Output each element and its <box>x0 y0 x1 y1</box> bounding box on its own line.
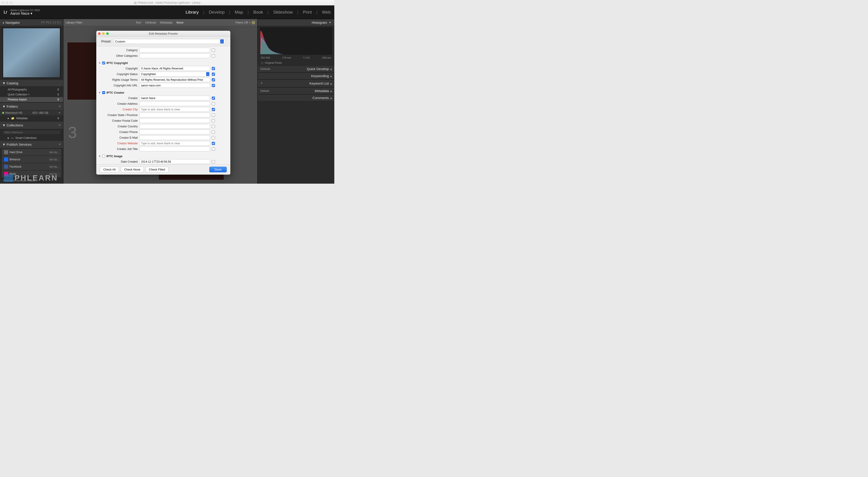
module-tab-develop[interactable]: Develop <box>209 10 225 15</box>
chevron-down-icon[interactable]: ▾ <box>249 22 250 24</box>
field-input[interactable] <box>140 159 210 164</box>
field-include-checkbox[interactable] <box>212 49 215 52</box>
field-include-checkbox[interactable] <box>212 142 215 145</box>
field-input[interactable] <box>140 66 210 71</box>
field-include-checkbox[interactable] <box>212 67 215 70</box>
field-include-checkbox[interactable] <box>212 102 215 106</box>
catalog-item[interactable]: Previous Import6 <box>0 97 63 102</box>
quick-develop-header[interactable]: Defaults Quick Develop ◀ <box>258 65 334 72</box>
field-input[interactable] <box>140 83 210 88</box>
histogram-header[interactable]: Histogram▼ <box>258 19 334 26</box>
comments-header[interactable]: Comments ◀ <box>258 94 334 101</box>
field-input[interactable] <box>140 53 210 58</box>
module-tab-web[interactable]: Web <box>322 10 331 15</box>
field-input[interactable] <box>140 48 210 53</box>
keywording-header[interactable]: Keywording ◀ <box>258 72 334 79</box>
qd-defaults-dropdown[interactable]: Defaults <box>260 67 270 70</box>
module-tab-book[interactable]: Book <box>253 10 263 15</box>
volume-row[interactable]: Macintosh HD 420 / 465 GB ▼ <box>0 110 63 115</box>
metadata-section-header[interactable]: ▼IPTC Creator <box>98 90 226 95</box>
filter-option-attribute[interactable]: Attribute <box>145 21 156 24</box>
section-checkbox[interactable] <box>102 155 105 158</box>
section-checkbox[interactable] <box>102 91 105 94</box>
window-zoom-icon[interactable] <box>10 1 12 4</box>
field-input[interactable] <box>140 113 210 117</box>
smart-collections-row[interactable]: ▶▭Smart Collections <box>0 136 63 141</box>
filter-option-metadata[interactable]: Metadata <box>160 21 172 24</box>
field-include-checkbox[interactable] <box>212 160 215 163</box>
filters-off-label[interactable]: Filters Off <box>235 21 248 24</box>
field-input[interactable] <box>140 101 210 106</box>
field-include-checkbox[interactable] <box>212 72 215 76</box>
dialog-close-icon[interactable] <box>98 32 101 35</box>
metadata-section-header[interactable]: ▼IPTC Image <box>98 154 226 159</box>
lock-icon[interactable] <box>252 21 255 24</box>
field-include-checkbox[interactable] <box>212 147 215 151</box>
catalog-header[interactable]: ▼ Catalog <box>0 80 63 87</box>
publish-header[interactable]: ▼ Publish Services + <box>0 141 63 148</box>
metadata-section-header[interactable]: ▼IPTC Copyright <box>98 60 226 66</box>
collections-header[interactable]: ▼ Collections + <box>0 121 63 129</box>
setup-link[interactable]: Set Up... <box>49 151 59 154</box>
check-filled-button[interactable]: Check Filled <box>146 167 168 172</box>
field-input[interactable] <box>140 118 210 123</box>
field-include-checkbox[interactable] <box>212 54 215 57</box>
module-tab-library[interactable]: Library <box>186 10 199 15</box>
dialog-minimize-icon[interactable] <box>102 32 105 35</box>
filter-collections-input[interactable] <box>2 130 61 135</box>
identity-plate[interactable]: Aaron Nace ▾ <box>10 11 40 16</box>
add-keyword-icon[interactable]: + <box>260 81 263 86</box>
check-all-button[interactable]: Check All <box>100 167 119 172</box>
window-minimize-icon[interactable] <box>6 1 8 4</box>
field-include-checkbox[interactable] <box>212 136 215 139</box>
setup-link[interactable]: Set Up... <box>49 158 59 161</box>
field-include-checkbox[interactable] <box>212 130 215 134</box>
module-tab-map[interactable]: Map <box>235 10 243 15</box>
window-close-icon[interactable] <box>2 1 4 4</box>
folder-item[interactable]: ▶📁Metadata6 <box>0 116 63 121</box>
field-input[interactable] <box>140 124 210 129</box>
publish-service-row[interactable]: BehanceSet Up... <box>2 156 61 163</box>
field-include-checkbox[interactable] <box>212 119 215 122</box>
filter-option-none[interactable]: None <box>176 21 183 24</box>
navigator-preview[interactable] <box>2 27 61 78</box>
metadata-mode-dropdown[interactable]: Default <box>260 89 269 92</box>
field-include-checkbox[interactable] <box>212 96 215 100</box>
add-folder-icon[interactable]: + <box>58 104 61 109</box>
field-include-checkbox[interactable] <box>212 78 215 82</box>
preset-dropdown[interactable]: Custom ⌄ <box>114 39 225 44</box>
field-select[interactable]: Copyrighted⌄ <box>140 72 210 77</box>
field-input[interactable] <box>140 147 210 151</box>
add-publish-icon[interactable]: + <box>58 142 61 147</box>
field-include-checkbox[interactable] <box>212 114 215 117</box>
module-tab-slideshow[interactable]: Slideshow <box>273 10 293 15</box>
done-button[interactable]: Done <box>209 167 227 172</box>
folders-header[interactable]: ▼ Folders + <box>0 102 63 110</box>
catalog-item[interactable]: Quick Collection +0 <box>0 92 63 97</box>
navigator-header[interactable]: ▼Navigator FIT FILL 1:1 3:1 <box>0 19 63 26</box>
histogram-display[interactable] <box>260 27 332 55</box>
metadata-header[interactable]: Default Metadata ◀ <box>258 87 334 94</box>
publish-service-row[interactable]: FacebookSet Up... <box>2 163 61 170</box>
add-collection-icon[interactable]: + <box>58 123 61 127</box>
catalog-item[interactable]: All Photographs6 <box>0 87 63 92</box>
original-photo-row[interactable]: ▢Original Photo <box>258 60 334 65</box>
field-input[interactable] <box>140 77 210 82</box>
keyword-list-header[interactable]: + Keyword List ◀ <box>258 79 334 87</box>
dialog-zoom-icon[interactable] <box>106 32 109 35</box>
navigator-zoom-options[interactable]: FIT FILL 1:1 3:1 <box>41 21 61 24</box>
field-input[interactable] <box>140 135 210 140</box>
publish-service-row[interactable]: Hard DriveSet Up... <box>2 149 61 156</box>
field-include-checkbox[interactable] <box>212 108 215 111</box>
check-none-button[interactable]: Check None <box>121 167 144 172</box>
dialog-scroll-body[interactable]: CategoryOther Categories▼IPTC CopyrightC… <box>96 47 230 164</box>
filter-option-text[interactable]: Text <box>135 21 141 24</box>
section-checkbox[interactable] <box>102 61 105 64</box>
setup-link[interactable]: Set Up... <box>49 165 59 168</box>
module-tab-print[interactable]: Print <box>303 10 312 15</box>
field-input[interactable] <box>140 96 210 100</box>
field-input[interactable] <box>140 129 210 135</box>
field-input[interactable] <box>140 107 210 112</box>
field-input[interactable] <box>140 141 210 146</box>
chevron-down-icon[interactable]: ▼ <box>58 111 61 114</box>
